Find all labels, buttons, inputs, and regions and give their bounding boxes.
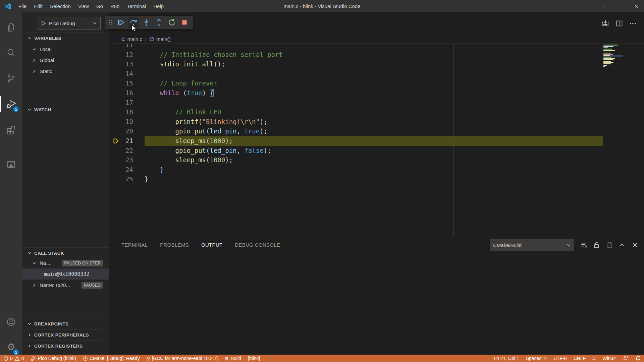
panel-tab-debug-console[interactable]: DEBUG CONSOLE	[235, 237, 280, 253]
menu-view[interactable]: View	[74, 0, 93, 12]
line-number[interactable]: 25	[109, 174, 133, 184]
debug-launch-dropdown[interactable]: Pico Debug	[37, 17, 101, 29]
menu-selection[interactable]: Selection	[46, 0, 74, 12]
code-line-25[interactable]: 25}	[109, 174, 644, 184]
minimize-icon[interactable]	[597, 0, 612, 12]
line-number[interactable]: 18	[109, 107, 133, 117]
extensions-icon[interactable]	[0, 119, 22, 140]
code-line-14[interactable]: 14	[109, 69, 644, 79]
accounts-icon[interactable]	[0, 311, 22, 333]
continue-icon[interactable]	[115, 17, 126, 28]
encoding-status[interactable]: UTF-8	[550, 355, 570, 362]
variables-scope-local[interactable]: Local	[22, 44, 109, 55]
call-stack-thread2-row[interactable]: Name: rp20... PAUSED	[22, 280, 109, 291]
start-debug-icon[interactable]	[41, 20, 46, 26]
variables-section-header[interactable]: VARIABLES	[22, 33, 109, 44]
call-stack-thread-row[interactable]: Na... PAUSED ON STEP	[22, 257, 109, 268]
call-stack-section-header[interactable]: CALL STACK	[22, 247, 109, 258]
line-number[interactable]: 16	[109, 88, 133, 98]
maximize-icon[interactable]	[612, 0, 628, 12]
source-control-icon[interactable]	[0, 68, 22, 89]
indentation-status[interactable]: Spaces: 4	[523, 355, 550, 362]
menu-terminal[interactable]: Terminal	[123, 0, 150, 12]
maximize-panel-icon[interactable]	[617, 240, 627, 250]
clear-output-icon[interactable]	[579, 240, 589, 250]
step-out-icon[interactable]	[153, 17, 165, 28]
variables-scope-static[interactable]: Static	[22, 66, 109, 77]
pin-output-icon[interactable]	[604, 240, 614, 250]
step-over-icon[interactable]	[128, 17, 139, 28]
status-bar: 0 0 Pico Debug (blink) CMake: [Debug]: R…	[0, 355, 644, 362]
line-number[interactable]: 12	[109, 50, 133, 60]
code-line-17[interactable]: 17	[109, 98, 644, 108]
cmake-status[interactable]: CMake: [Debug]: Ready	[79, 355, 143, 362]
split-editor-icon[interactable]	[614, 18, 624, 28]
breadcrumb-symbol[interactable]: main()	[156, 36, 171, 42]
explorer-icon[interactable]	[0, 17, 22, 38]
line-number[interactable]: 23	[109, 155, 133, 165]
code-line-15[interactable]: 15 // Loop forever	[109, 78, 644, 88]
close-icon[interactable]	[628, 0, 644, 12]
panel-tab-problems[interactable]: PROBLEMS	[160, 237, 189, 253]
panel-tab-output[interactable]: OUTPUT	[201, 237, 222, 253]
variables-scope-global[interactable]: Global	[22, 55, 109, 66]
line-number[interactable]: 20	[109, 126, 133, 136]
menu-file[interactable]: File	[15, 0, 30, 12]
menu-edit[interactable]: Edit	[30, 0, 46, 12]
step-into-icon[interactable]	[141, 17, 152, 28]
minimap[interactable]	[603, 42, 623, 82]
chevron-right-icon	[28, 344, 32, 348]
debug-target-status[interactable]: Pico Debug (blink)	[28, 355, 79, 362]
host-status[interactable]: Win32	[599, 355, 619, 362]
breadcrumb-file[interactable]: main.c	[127, 36, 142, 42]
build-button[interactable]: ⚙ Build	[221, 355, 245, 362]
eol-status[interactable]: CRLF	[570, 355, 589, 362]
code-line-18[interactable]: 18 // Blink LED	[109, 107, 644, 117]
code-line-23[interactable]: 23 sleep_ms(1000);	[109, 155, 644, 165]
stop-icon[interactable]	[179, 17, 190, 28]
code-line-22[interactable]: 22 gpio_put(led_pin, false);	[109, 146, 644, 156]
cursor-position-status[interactable]: Ln 21, Col 1	[490, 355, 523, 362]
line-number[interactable]: 22	[109, 146, 133, 156]
run-and-debug-icon[interactable]: 1	[0, 93, 22, 115]
notifications-bell-icon[interactable]	[632, 355, 644, 362]
code-line-20[interactable]: 20 gpio_put(led_pin, true);	[109, 126, 644, 136]
panel-tab-terminal[interactable]: TERMINAL	[121, 237, 148, 253]
output-channel-dropdown[interactable]: CMake/Build	[490, 239, 574, 251]
line-number[interactable]: 13	[109, 59, 133, 69]
code-text: gpio_put(led_pin, true);	[145, 126, 267, 136]
toolbar-grip-icon[interactable]	[107, 17, 114, 28]
watch-section-header[interactable]: WATCH	[22, 104, 109, 115]
unlock-icon[interactable]	[592, 240, 602, 250]
restart-icon[interactable]	[166, 17, 177, 28]
code-line-16[interactable]: 16 while (true) {	[109, 88, 644, 98]
line-number[interactable]: 17	[109, 98, 133, 108]
cortex-registers-section-header[interactable]: CORTEX REGISTERS	[22, 340, 109, 351]
line-number[interactable]: 21	[109, 136, 133, 146]
kit-status[interactable]: ⚲ [GCC for arm-none-eabi 10.2.1]	[143, 355, 221, 362]
line-number[interactable]: 19	[109, 117, 133, 127]
stack-frame-row[interactable]: main@0x10000332	[22, 268, 109, 280]
download-icon[interactable]	[600, 18, 610, 28]
code-line-12[interactable]: 12 // Initialize chosen serial port	[109, 50, 644, 60]
search-icon[interactable]	[0, 42, 22, 64]
breakpoints-section-header[interactable]: BREAKPOINTS	[22, 318, 109, 329]
menu-help[interactable]: Help	[150, 0, 167, 12]
line-number[interactable]: 15	[109, 78, 133, 88]
pico-project-icon[interactable]	[0, 154, 22, 175]
problems-status[interactable]: 0 0	[0, 355, 28, 362]
code-line-19[interactable]: 19 printf("Blinking!\r\n");	[109, 117, 644, 127]
close-panel-icon[interactable]	[630, 240, 640, 250]
build-target-status[interactable]: [blink]	[245, 355, 264, 362]
language-mode-status[interactable]: C	[589, 355, 599, 362]
menu-run[interactable]: Run	[107, 0, 123, 12]
cortex-peripherals-section-header[interactable]: CORTEX PERIPHERALS	[22, 329, 109, 340]
more-actions-icon[interactable]	[628, 18, 638, 28]
code-line-21[interactable]: 21 sleep_ms(1000);	[109, 136, 644, 146]
feedback-icon[interactable]	[619, 355, 632, 362]
menu-go[interactable]: Go	[93, 0, 107, 12]
code-line-24[interactable]: 24 }	[109, 165, 644, 175]
line-number[interactable]: 24	[109, 165, 133, 175]
code-line-13[interactable]: 13 stdio_init_all();	[109, 59, 644, 69]
line-number[interactable]: 14	[109, 69, 133, 79]
